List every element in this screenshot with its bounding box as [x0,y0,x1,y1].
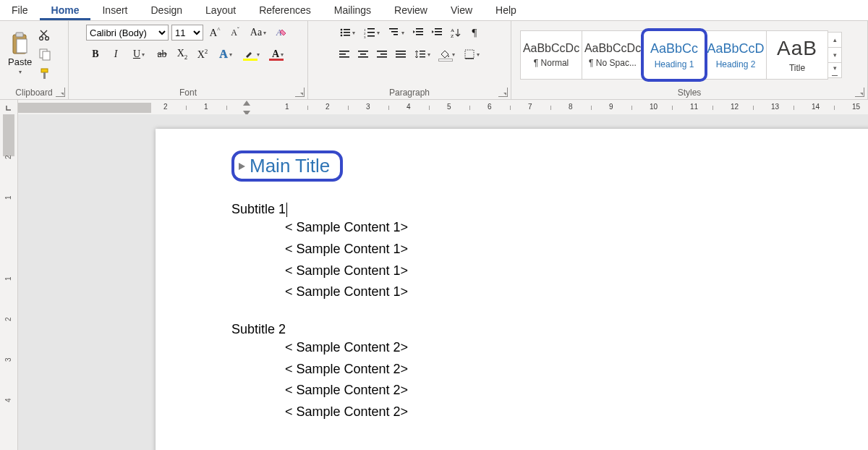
ruler-number: 14 [812,103,820,111]
subtitle[interactable]: Subtitle 2 [231,322,408,337]
tab-help[interactable]: Help [484,1,528,20]
superscript-button[interactable]: X2 [194,46,211,63]
paste-icon [10,32,30,55]
tab-references[interactable]: References [247,1,323,20]
group-styles-label: Styles [678,88,702,98]
content-line[interactable]: < Sample Content 1> [285,281,408,303]
svg-rect-2 [17,39,27,53]
multilevel-list-button[interactable] [385,24,408,41]
subtitle[interactable]: Subtitle 1 [231,202,408,217]
styles-launcher[interactable] [855,88,864,97]
borders-button[interactable] [460,46,483,63]
align-center-button[interactable] [354,46,372,63]
svg-rect-13 [344,32,350,33]
line-spacing-button[interactable] [411,46,434,63]
collapse-triangle-icon[interactable] [239,163,245,170]
style-title[interactable]: AaBTitle [766,30,828,80]
style-name: Heading 1 [655,59,694,69]
heading-main-title[interactable]: Main Title [250,155,330,177]
styles-more-button[interactable]: ▾ [828,63,841,77]
justify-button[interactable] [392,46,409,63]
svg-rect-30 [435,34,442,35]
svg-text:Z: Z [451,33,454,38]
svg-rect-23 [391,31,398,33]
show-marks-button[interactable]: ¶ [466,24,483,41]
styles-scroll-button[interactable]: ▾ [828,48,841,63]
ruler-number: 3 [366,103,370,111]
tab-home[interactable]: Home [40,1,91,20]
svg-rect-17 [367,28,375,30]
sort-icon: AZ [450,27,461,38]
tab-selector-icon[interactable] [5,104,12,111]
strikethrough-button[interactable]: ab [153,46,171,63]
svg-rect-45 [420,51,425,51]
horizontal-ruler[interactable]: 21123456789101112131415 [18,100,868,116]
line-spacing-icon [414,48,426,60]
group-font-label: Font [179,88,197,98]
clipboard-launcher[interactable] [56,88,65,97]
bullets-button[interactable] [336,24,359,41]
tab-view[interactable]: View [439,1,484,20]
ruler-number: 6 [488,103,492,111]
group-paragraph: 123 AZ ¶ [308,21,511,99]
vertical-ruler[interactable]: 211234 [0,114,18,450]
ruler-number: 11 [690,103,698,111]
content-line[interactable]: < Sample Content 1> [285,239,408,260]
clear-formatting-button[interactable]: A [273,24,290,41]
tab-layout[interactable]: Layout [194,1,247,20]
style-name: Title [789,63,805,73]
decrease-indent-button[interactable] [409,24,427,41]
style-heading-2[interactable]: AaBbCcDHeading 2 [705,30,767,80]
svg-rect-38 [358,56,368,58]
format-painter-button[interactable] [38,67,51,82]
content-line[interactable]: < Sample Content 1> [285,217,408,239]
style--normal[interactable]: AaBbCcDc¶ Normal [520,30,582,80]
italic-button[interactable]: I [107,46,124,63]
tab-insert[interactable]: Insert [90,1,139,20]
align-left-icon [339,48,350,60]
shading-button[interactable] [435,46,459,63]
paragraph-launcher[interactable] [498,88,508,97]
tab-file[interactable]: File [6,1,40,20]
paste-dropdown-icon[interactable]: ▾ [19,69,22,75]
sort-button[interactable]: AZ [447,24,464,41]
underline-button[interactable]: U [127,46,150,63]
paste-button[interactable]: Paste ▾ [4,30,35,77]
increase-indent-button[interactable] [428,24,446,41]
font-name-combo[interactable]: Calibri (Body) [86,25,169,41]
font-color-button[interactable]: A [266,46,289,63]
group-styles: AaBbCcDc¶ NormalAaBbCcDc¶ No Spac...AaBb… [511,21,868,99]
content-line[interactable]: < Sample Content 2> [285,359,408,381]
content-line[interactable]: < Sample Content 2> [285,402,408,423]
svg-rect-48 [465,50,474,59]
highlight-button[interactable] [240,46,263,63]
align-right-button[interactable] [373,46,391,63]
numbering-button[interactable]: 123 [360,24,383,41]
subscript-button[interactable]: X2 [174,46,191,63]
svg-rect-7 [41,69,48,72]
cut-button[interactable] [38,28,51,43]
grow-font-button[interactable]: A^ [206,24,224,41]
ruler-number: 10 [650,103,658,111]
bold-button[interactable]: B [87,46,104,63]
font-size-combo[interactable]: 11 [171,25,203,41]
document-canvas[interactable]: Main TitleSubtitle 1< Sample Content 1><… [18,114,868,450]
style--no-spac-[interactable]: AaBbCcDc¶ No Spac... [582,30,644,80]
font-launcher[interactable] [295,88,305,97]
text-effects-button[interactable]: A [214,46,237,63]
styles-scroll-button[interactable]: ▴ [828,33,841,48]
tab-design[interactable]: Design [139,1,194,20]
tab-review[interactable]: Review [383,1,439,20]
tab-mailings[interactable]: Mailings [323,1,383,20]
shrink-font-button[interactable]: Aˇ [226,24,244,41]
align-left-button[interactable] [336,46,353,63]
content-line[interactable]: < Sample Content 1> [285,260,408,282]
style-heading-1[interactable]: AaBbCcHeading 1 [643,30,705,80]
change-case-button[interactable]: Aa [247,24,270,41]
svg-rect-49 [465,58,474,59]
group-clipboard: Paste ▾ [0,21,69,99]
content-line[interactable]: < Sample Content 2> [285,337,408,359]
copy-button[interactable] [38,48,51,63]
svg-rect-42 [396,51,406,52]
content-line[interactable]: < Sample Content 2> [285,380,408,402]
